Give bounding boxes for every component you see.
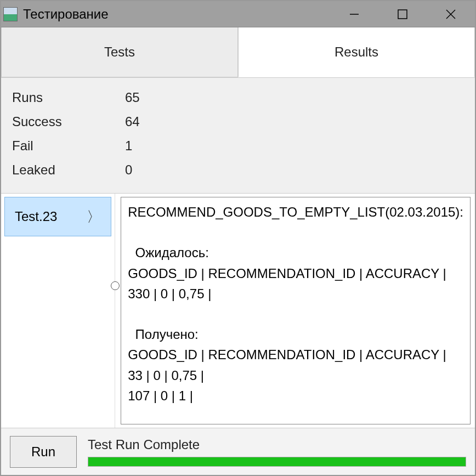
test-list: Test.23 〉 — [1, 194, 115, 428]
stat-leaked-label: Leaked — [12, 162, 125, 178]
stats-panel: Runs 65 Success 64 Fail 1 Leaked 0 — [1, 78, 475, 194]
footer: Run Test Run Complete — [1, 428, 475, 475]
progress-bar — [88, 457, 466, 467]
details-text[interactable]: RECOMMEND_GOODS_TO_EMPTY_LIST(02.03.2015… — [121, 197, 471, 424]
close-icon — [445, 8, 457, 20]
stat-fail-label: Fail — [12, 138, 125, 154]
run-button[interactable]: Run — [10, 436, 77, 468]
body-panel: Test.23 〉 RECOMMEND_GOODS_TO_EMPTY_LIST(… — [1, 194, 475, 428]
maximize-button[interactable] — [378, 1, 427, 27]
stat-runs-value: 65 — [125, 90, 140, 105]
progress-fill — [88, 457, 466, 466]
stat-success-label: Success — [12, 114, 125, 129]
chevron-right-icon: 〉 — [87, 207, 101, 226]
status-text: Test Run Complete — [88, 437, 466, 452]
status-column: Test Run Complete — [88, 437, 466, 467]
stat-fail: Fail 1 — [12, 138, 464, 154]
details-pane: RECOMMEND_GOODS_TO_EMPTY_LIST(02.03.2015… — [115, 194, 475, 428]
tab-tests[interactable]: Tests — [1, 27, 238, 77]
app-window: Тестирование Tests Results Runs 65 Succe… — [0, 0, 476, 476]
maximize-icon — [396, 8, 409, 20]
titlebar: Тестирование — [1, 1, 475, 27]
test-item[interactable]: Test.23 〉 — [4, 197, 111, 236]
svg-rect-1 — [398, 10, 407, 19]
stat-fail-value: 1 — [125, 138, 132, 154]
stat-success-value: 64 — [125, 114, 140, 129]
tab-results[interactable]: Results — [238, 27, 475, 77]
stat-runs: Runs 65 — [12, 90, 464, 105]
window-title: Тестирование — [23, 7, 330, 22]
tab-bar: Tests Results — [1, 27, 475, 78]
minimize-button[interactable] — [330, 1, 378, 27]
stat-runs-label: Runs — [12, 90, 125, 105]
minimize-icon — [348, 8, 360, 20]
test-item-label: Test.23 — [15, 209, 57, 224]
window-controls — [330, 1, 475, 27]
close-button[interactable] — [427, 1, 475, 27]
app-icon — [3, 7, 18, 21]
stat-leaked-value: 0 — [125, 162, 132, 178]
stat-success: Success 64 — [12, 114, 464, 129]
stat-leaked: Leaked 0 — [12, 162, 464, 178]
